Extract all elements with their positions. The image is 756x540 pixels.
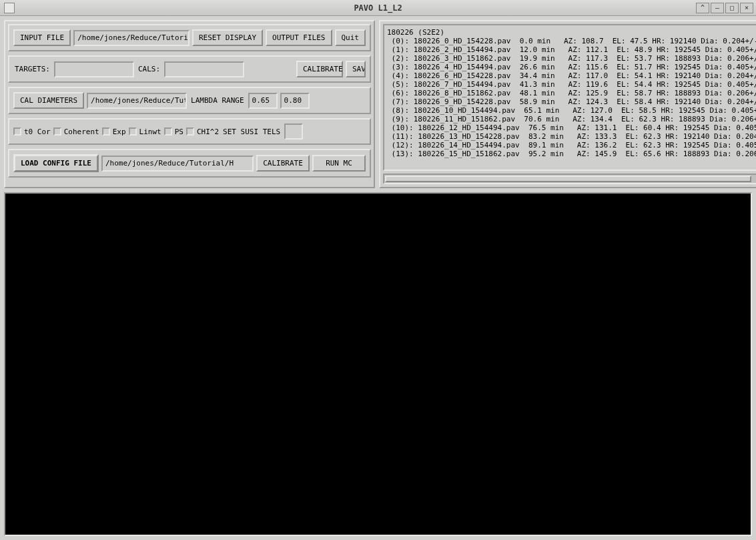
row-calib: CAL DIAMETERS /home/jones/Reduce/Tutor L… — [8, 87, 371, 114]
reset-display-button[interactable]: RESET DISPLAY — [192, 29, 263, 46]
coherent-check[interactable]: Coherent — [53, 127, 99, 136]
exp-label: Exp — [113, 127, 126, 136]
row-file: INPUT FILE /home/jones/Reduce/Tutorial/H… — [8, 24, 371, 51]
close-button[interactable]: × — [740, 3, 753, 13]
horizontal-scrollbar[interactable] — [383, 174, 756, 184]
control-panel: INPUT FILE /home/jones/Reduce/Tutorial/H… — [4, 20, 375, 188]
calibrate2-button[interactable]: CALIBRATE — [256, 155, 310, 172]
save-button[interactable]: SAVE — [346, 61, 366, 77]
cals-label: CALS: — [137, 65, 161, 73]
log-text[interactable]: 180226 (S2E2) (0): 180226_0_HD_154228.pa… — [383, 24, 756, 171]
row-targets: TARGETS: CALS: CALIBRATE SAVE — [8, 55, 371, 83]
cals-input[interactable] — [164, 61, 244, 77]
hscroll-thumb[interactable] — [385, 176, 751, 182]
targets-label: TARGETS: — [13, 65, 51, 73]
coherent-label: Coherent — [64, 127, 99, 136]
linwt-check[interactable]: Linwt — [129, 127, 161, 136]
load-config-button[interactable]: LOAD CONFIG FILE — [13, 154, 99, 172]
calibrate-button[interactable]: CALIBRATE — [296, 61, 343, 77]
t0cor-check[interactable]: t0 Cor — [13, 127, 51, 136]
rollup-button[interactable]: ^ — [696, 3, 709, 13]
ps-check[interactable]: PS — [164, 127, 183, 136]
minimize-button[interactable]: – — [711, 3, 724, 13]
cal-diameters-button[interactable]: CAL DIAMETERS — [13, 92, 84, 109]
susi-label: SET SUSI TELS — [222, 127, 282, 136]
row-config: LOAD CONFIG FILE /home/jones/Reduce/Tuto… — [8, 149, 371, 178]
app-icon — [4, 3, 15, 13]
row-options: t0 Cor Coherent Exp Linwt PS CHI^2 SET S… — [8, 118, 371, 145]
output-files-button[interactable]: OUTPUT FILES — [266, 29, 332, 46]
lambda-min-input[interactable]: 0.65 — [248, 93, 278, 109]
config-path[interactable]: /home/jones/Reduce/Tutorial/H — [101, 156, 254, 172]
maximize-button[interactable]: □ — [725, 3, 739, 13]
exp-check[interactable]: Exp — [102, 127, 126, 136]
log-content: 180226 (S2E2) (0): 180226_0_HD_154228.pa… — [387, 28, 756, 158]
run-mc-button[interactable]: RUN MC — [312, 155, 366, 172]
chi2-check[interactable]: CHI^2 — [186, 127, 219, 136]
quit-button[interactable]: Quit — [335, 29, 366, 46]
lambda-max-input[interactable]: 0.80 — [280, 93, 310, 109]
t0cor-label: t0 Cor — [24, 127, 51, 136]
linwt-label: Linwt — [139, 127, 161, 136]
log-panel: 180226 (S2E2) (0): 180226_0_HD_154228.pa… — [379, 20, 756, 188]
window-title: PAVO L1_L2 — [0, 3, 756, 13]
cal-diameters-path[interactable]: /home/jones/Reduce/Tutor — [87, 93, 187, 109]
lambda-label: LAMBDA RANGE — [190, 96, 245, 105]
input-file-path[interactable]: /home/jones/Reduce/Tutorial/H — [73, 30, 190, 46]
targets-input[interactable] — [54, 61, 134, 77]
chi2-label: CHI^2 — [197, 127, 219, 136]
plot-canvas[interactable] — [4, 192, 752, 536]
susi-input[interactable] — [284, 123, 303, 140]
ps-label: PS — [175, 127, 183, 136]
titlebar: PAVO L1_L2 ^ – □ × — [0, 0, 756, 16]
input-file-button[interactable]: INPUT FILE — [13, 29, 71, 46]
